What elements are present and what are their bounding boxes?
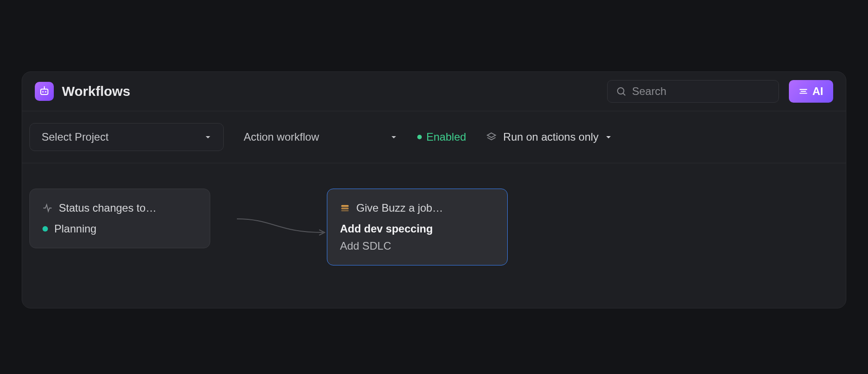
workflow-selector[interactable]: Action workflow xyxy=(244,131,397,143)
layers-icon xyxy=(486,132,497,142)
action-node-line2: Add SDLC xyxy=(340,238,391,254)
workflow-canvas[interactable]: Status changes to… Planning Give Buzz a … xyxy=(22,163,846,308)
workflow-status-label: Enabled xyxy=(426,131,466,143)
caret-down-icon xyxy=(605,133,612,141)
page-title: Workflows xyxy=(62,84,130,99)
svg-point-2 xyxy=(44,86,45,87)
svg-point-5 xyxy=(618,88,624,94)
workflows-panel: Workflows AI Select Project xyxy=(22,71,846,308)
stack-icon xyxy=(340,203,350,213)
node-connector xyxy=(237,217,327,239)
search-input[interactable] xyxy=(632,85,770,98)
panel-header: Workflows AI xyxy=(22,72,846,111)
workflow-status: Enabled xyxy=(417,131,466,143)
svg-point-3 xyxy=(42,91,43,92)
svg-rect-0 xyxy=(41,89,48,95)
status-dot-icon xyxy=(42,226,48,232)
robot-icon xyxy=(39,86,50,97)
svg-point-4 xyxy=(45,91,46,92)
caret-down-icon xyxy=(204,133,212,141)
run-mode-label: Run on actions only xyxy=(503,131,599,143)
action-node-title: Give Buzz a job… xyxy=(356,200,443,216)
activity-icon xyxy=(42,203,52,213)
trigger-node-title: Status changes to… xyxy=(59,200,156,216)
project-selector[interactable]: Select Project xyxy=(29,123,224,151)
status-dot-icon xyxy=(417,135,422,139)
trigger-status-label: Planning xyxy=(54,221,96,237)
search-icon xyxy=(616,86,627,97)
ai-button[interactable]: AI xyxy=(789,80,833,103)
svg-rect-12 xyxy=(341,210,349,212)
caret-down-icon xyxy=(390,133,397,141)
action-node-line1: Add dev speccing xyxy=(340,221,433,237)
run-mode-selector[interactable]: Run on actions only xyxy=(486,131,612,143)
search-box[interactable] xyxy=(607,80,779,103)
trigger-node[interactable]: Status changes to… Planning xyxy=(29,189,210,248)
project-selector-label: Select Project xyxy=(42,131,108,143)
toolbar: Select Project Action workflow Enabled R… xyxy=(22,111,846,163)
action-node[interactable]: Give Buzz a job… Add dev speccing Add SD… xyxy=(327,189,508,265)
svg-rect-10 xyxy=(341,205,349,207)
app-icon xyxy=(35,82,54,101)
svg-rect-11 xyxy=(341,208,349,209)
sliders-icon xyxy=(799,87,808,96)
workflow-selector-label: Action workflow xyxy=(244,131,319,143)
svg-line-6 xyxy=(623,94,626,96)
ai-button-label: AI xyxy=(812,85,823,98)
